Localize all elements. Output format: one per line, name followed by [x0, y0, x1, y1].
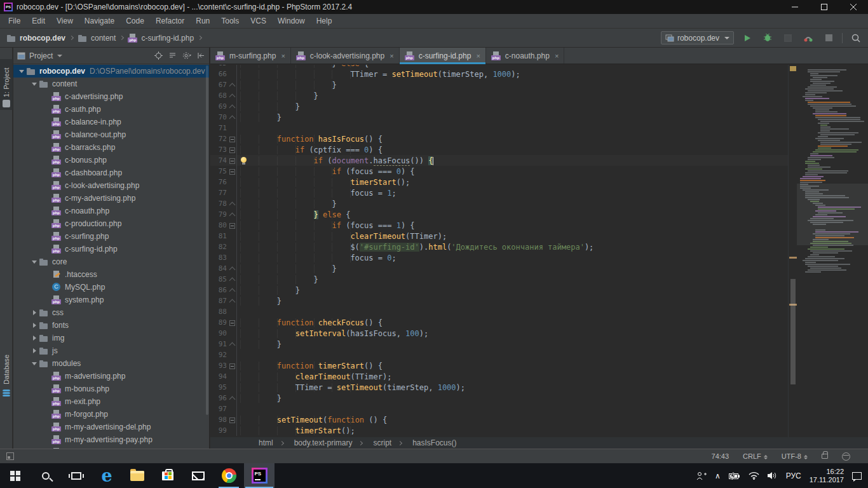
tree-toggle-icon[interactable] — [17, 70, 26, 73]
tree-item-img[interactable]: img — [13, 332, 210, 344]
tree-item-css[interactable]: css — [13, 306, 210, 319]
taskbar-phpstorm[interactable]: PS — [244, 463, 275, 488]
fold-marker-icon[interactable] — [227, 209, 237, 220]
taskbar-mail[interactable] — [183, 463, 214, 488]
tree-toggle-icon[interactable] — [30, 348, 39, 353]
attach-debugger-button[interactable] — [801, 31, 815, 45]
menu-item-edit[interactable]: Edit — [26, 15, 51, 27]
hide-panel-icon[interactable] — [197, 51, 205, 60]
speaker-icon[interactable] — [768, 471, 778, 480]
tree-item-MySQL.php[interactable]: MySQL.php — [13, 281, 210, 294]
fold-marker-icon[interactable] — [227, 317, 237, 328]
scrollbar-thumb[interactable] — [790, 279, 796, 384]
tree-toggle-icon[interactable] — [30, 83, 39, 86]
encoding-widget[interactable]: UTF-8 — [782, 452, 808, 460]
tree-item-system.php[interactable]: system.php — [13, 294, 210, 306]
menu-item-refactor[interactable]: Refactor — [150, 15, 190, 27]
tree-item-modules[interactable]: modules — [13, 357, 210, 370]
tree-item-m-my-advertising-pay.php[interactable]: m-my-advertising-pay.php — [13, 433, 210, 446]
taskbar-search[interactable] — [31, 463, 61, 488]
collapse-all-icon[interactable] — [168, 51, 177, 60]
tree-item-c-look-advertising.php[interactable]: c-look-advertising.php — [13, 179, 210, 192]
run-button[interactable] — [740, 31, 754, 45]
fold-marker-icon[interactable] — [227, 393, 237, 403]
tree-item-c-balance-in.php[interactable]: c-balance-in.php — [13, 116, 210, 128]
project-panel-title[interactable]: Project — [29, 51, 53, 60]
fold-marker-icon[interactable] — [227, 155, 237, 166]
tree-item-content[interactable]: content — [13, 78, 210, 90]
menu-item-window[interactable]: Window — [272, 15, 311, 27]
tree-item-c-surfing-id.php[interactable]: c-surfing-id.php — [13, 243, 210, 255]
keyboard-language[interactable]: РУС — [786, 471, 801, 480]
fold-marker-icon[interactable] — [227, 90, 237, 101]
locate-icon[interactable] — [154, 51, 163, 60]
debug-button[interactable] — [761, 31, 775, 45]
clock[interactable]: 16:22 17.11.2017 — [810, 468, 844, 484]
wifi-icon[interactable] — [749, 471, 759, 480]
coverage-button[interactable] — [781, 31, 795, 45]
taskbar-chrome[interactable] — [214, 463, 244, 488]
fold-marker-icon[interactable] — [227, 198, 237, 209]
tab-c-surfing-id.php[interactable]: c-surfing-id.php× — [400, 48, 486, 64]
fold-marker-icon[interactable] — [227, 360, 237, 371]
tool-window-tab-database[interactable]: Database — [0, 340, 13, 384]
tree-item-m-forgot.php[interactable]: m-forgot.php — [13, 408, 210, 421]
code-editor-area[interactable]: 65 } else {66 TTimer = setTimeout(timerS… — [210, 65, 868, 437]
close-button[interactable] — [839, 0, 868, 14]
menu-item-file[interactable]: File — [3, 15, 26, 27]
fold-marker-icon[interactable] — [227, 274, 237, 285]
fold-marker-icon[interactable] — [227, 220, 237, 231]
tab-c-look-advertising.php[interactable]: c-look-advertising.php× — [291, 48, 400, 64]
taskbar-explorer[interactable] — [122, 463, 153, 488]
taskbar-edge[interactable]: e — [92, 463, 122, 488]
fold-marker-icon[interactable] — [227, 295, 237, 306]
maximize-button[interactable] — [810, 0, 839, 14]
menu-item-code[interactable]: Code — [120, 15, 150, 27]
tree-toggle-icon[interactable] — [30, 323, 39, 328]
breadcrumb-item-robocop.dev[interactable]: robocop.dev — [6, 34, 65, 43]
fold-marker-icon[interactable] — [227, 285, 237, 295]
tree-item-c-auth.php[interactable]: c-auth.php — [13, 103, 210, 116]
tree-item-c-bonus.php[interactable]: c-bonus.php — [13, 154, 210, 166]
breadcrumb-item-body.text-primary[interactable]: body.text-primary — [290, 438, 356, 447]
tree-item-c-advertising.php[interactable]: c-advertising.php — [13, 90, 210, 103]
breadcrumb-item-script[interactable]: script — [369, 438, 395, 447]
taskbar-store[interactable] — [153, 463, 183, 488]
menu-item-help[interactable]: Help — [311, 15, 338, 27]
toolwindow-toggle-icon[interactable] — [6, 452, 14, 460]
breadcrumb-item-content[interactable]: content — [78, 34, 116, 43]
tree-toggle-icon[interactable] — [30, 362, 39, 365]
minimap-viewport[interactable] — [797, 184, 868, 245]
tray-expand-icon[interactable]: ∧ — [715, 471, 721, 480]
tree-item-core[interactable]: core — [13, 255, 210, 268]
lock-icon[interactable] — [822, 454, 828, 459]
tree-toggle-icon[interactable] — [30, 310, 39, 315]
fold-marker-icon[interactable] — [227, 79, 237, 90]
tab-m-surfing.php[interactable]: m-surfing.php× — [210, 48, 291, 64]
tree-item-c-my-advertising.php[interactable]: c-my-advertising.php — [13, 192, 210, 205]
tree-toggle-icon[interactable] — [30, 336, 39, 341]
fold-marker-icon[interactable] — [227, 112, 237, 123]
fold-marker-icon[interactable] — [227, 144, 237, 155]
caret-position[interactable]: 74:43 — [712, 452, 729, 460]
tree-item-m-exit.php[interactable]: m-exit.php — [13, 395, 210, 408]
line-separator-widget[interactable]: CRLF — [743, 452, 768, 460]
breadcrumb-item-c-surfing-id.php[interactable]: c-surfing-id.php — [128, 34, 194, 43]
close-tab-icon[interactable]: × — [476, 52, 480, 60]
intention-bulb-icon[interactable] — [241, 157, 247, 165]
breadcrumb-item-html[interactable]: html — [255, 438, 277, 447]
people-icon[interactable] — [696, 471, 707, 480]
fold-marker-icon[interactable] — [227, 133, 237, 144]
tree-item-c-barracks.php[interactable]: c-barracks.php — [13, 141, 210, 154]
battery-icon[interactable] — [729, 472, 740, 480]
editor-scrollbar[interactable] — [788, 65, 797, 437]
tool-window-tab-project[interactable]: 1: Project — [0, 59, 13, 110]
close-tab-icon[interactable]: × — [390, 52, 393, 60]
taskbar-task-view[interactable] — [61, 463, 92, 488]
tree-item-robocop.dev[interactable]: robocop.devD:\OSPanel\domains\robocop.de… — [13, 65, 210, 78]
tree-item-c-noauth.php[interactable]: c-noauth.php — [13, 205, 210, 217]
inspection-status-indicator[interactable] — [790, 66, 796, 71]
menu-item-navigate[interactable]: Navigate — [79, 15, 120, 27]
fold-marker-icon[interactable] — [227, 414, 237, 425]
code-minimap[interactable] — [797, 65, 868, 437]
